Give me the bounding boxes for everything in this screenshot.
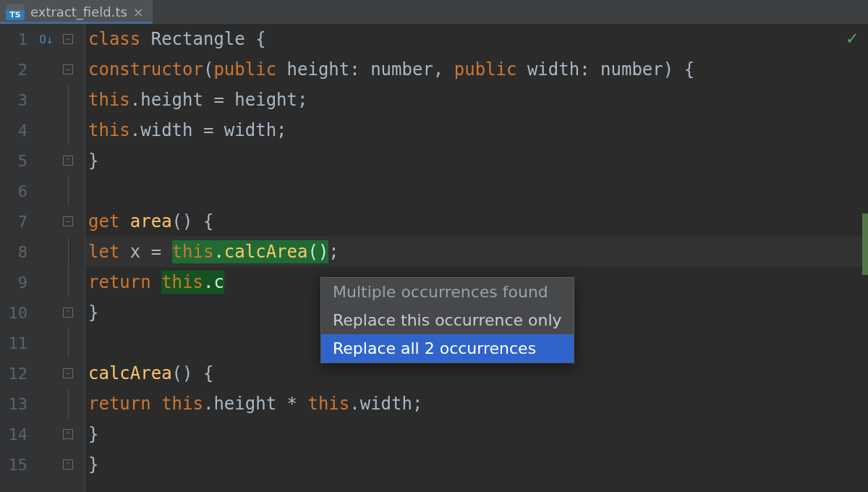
- fold-toggle[interactable]: −: [63, 368, 73, 378]
- fold-toggle[interactable]: −: [63, 64, 73, 75]
- line-number: 13: [0, 395, 32, 413]
- code-area[interactable]: class Rectangle { constructor(public hei…: [85, 24, 868, 492]
- fold-toggle[interactable]: −: [61, 34, 75, 44]
- code-line[interactable]: this.width = width;: [85, 115, 868, 145]
- line-number: 11: [0, 334, 32, 352]
- code-line[interactable]: }: [85, 449, 868, 480]
- ide-editor-root: TS extract_field.ts × 1 O↓ − 2− 3 4 5⌃ 6…: [0, 0, 868, 492]
- refactor-popup: Multiple occurrences found Replace this …: [320, 277, 574, 363]
- editor: 1 O↓ − 2− 3 4 5⌃ 6 7− 8 9 10⌃ 11 12− 13 …: [0, 24, 868, 492]
- line-number: 5: [0, 152, 32, 170]
- gutter: 1 O↓ − 2− 3 4 5⌃ 6 7− 8 9 10⌃ 11 12− 13 …: [0, 24, 85, 492]
- code-line[interactable]: constructor(public height: number, publi…: [85, 54, 868, 85]
- line-number: 4: [0, 122, 32, 140]
- code-line[interactable]: }: [85, 419, 868, 449]
- code-line[interactable]: class Rectangle {: [85, 24, 868, 54]
- code-line[interactable]: this.height = height;: [85, 85, 868, 115]
- line-number: 10: [0, 304, 32, 322]
- popup-title: Multiple occurrences found: [321, 278, 574, 306]
- line-number: 12: [0, 365, 32, 383]
- fold-toggle[interactable]: ⌃: [63, 308, 73, 318]
- fold-toggle[interactable]: ⌃: [63, 459, 73, 470]
- code-line[interactable]: [85, 176, 868, 206]
- code-line[interactable]: get area() {: [85, 206, 868, 237]
- fold-toggle[interactable]: ⌃: [63, 429, 73, 439]
- highlight-this: this: [172, 242, 214, 262]
- code-line-current[interactable]: let x = this.calcArea();: [85, 237, 868, 267]
- line-number: 15: [0, 456, 32, 474]
- vcs-change-marker[interactable]: [862, 213, 868, 275]
- line-number: 3: [0, 91, 32, 109]
- tab-filename: extract_field.ts: [30, 4, 127, 20]
- line-number: 14: [0, 425, 32, 444]
- fold-toggle[interactable]: −: [63, 216, 73, 226]
- analysis-ok-icon[interactable]: ✓: [846, 27, 858, 48]
- line-number: 7: [0, 213, 32, 231]
- popup-option-replace-all[interactable]: Replace all 2 occurrences: [321, 334, 574, 362]
- close-icon[interactable]: ×: [133, 4, 144, 20]
- line-number: 6: [0, 182, 32, 200]
- line-number: 1: [0, 30, 32, 48]
- code-line[interactable]: return this.height * this.width;: [85, 389, 868, 419]
- line-number: 2: [0, 61, 32, 79]
- code-line[interactable]: }: [85, 145, 868, 176]
- override-marker-icon[interactable]: O↓: [32, 33, 61, 46]
- typescript-file-icon: TS: [6, 4, 25, 20]
- tab-extract-field[interactable]: TS extract_field.ts ×: [0, 0, 153, 24]
- popup-option-replace-one[interactable]: Replace this occurrence only: [321, 306, 574, 334]
- line-number: 9: [0, 273, 32, 292]
- line-number: 8: [0, 243, 32, 261]
- tab-bar: TS extract_field.ts ×: [0, 0, 868, 24]
- fold-toggle[interactable]: ⌃: [63, 156, 73, 166]
